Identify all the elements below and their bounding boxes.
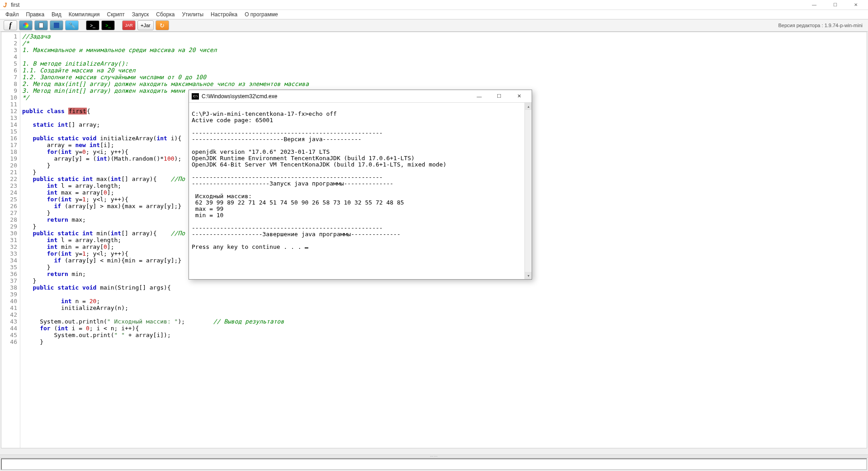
line-number: 11 [2,101,17,108]
toolbar: f 🔧 >_ >_ JAR +Jar ↻ Версия редактора : … [0,19,868,32]
terminal-icon: >_ [105,23,110,28]
app-icon: J [2,2,8,8]
format-button[interactable]: f [4,20,17,30]
line-number: 8 [2,81,17,87]
line-number: 1 [2,33,17,40]
line-number: 37 [2,277,17,284]
line-number: 19 [2,155,17,162]
line-number: 3 [2,47,17,53]
line-number: 27 [2,209,17,216]
line-number: 5 [2,60,17,67]
line-number: 35 [2,264,17,271]
line-number: 40 [2,298,17,304]
toolbar-btn-3[interactable] [34,20,48,30]
toolbar-btn-5[interactable]: 🔧 [65,20,79,30]
cmd-titlebar[interactable]: C:\ C:\Windows\system32\cmd.exe — ☐ ✕ [189,90,532,103]
code-line[interactable]: } [22,338,865,345]
menu-компиляция[interactable]: Компиляция [65,10,104,19]
scroll-down-icon[interactable]: ▾ [525,272,532,279]
line-number: 30 [2,230,17,237]
window-controls: — ☐ ✕ [804,0,866,10]
menu-файл[interactable]: Файл [2,10,23,19]
line-number: 39 [2,291,17,298]
code-line[interactable]: //Задача [22,33,865,40]
toolbar-btn-terminal2[interactable]: >_ [101,20,115,30]
line-number: 28 [2,216,17,223]
cmd-title: C:\Windows\system32\cmd.exe [202,93,469,100]
code-line[interactable]: System.out.print(" " + array[i]); [22,332,865,338]
toolbar-btn-4[interactable] [50,20,63,30]
minimize-button[interactable]: — [804,0,825,10]
line-number: 21 [2,169,17,176]
wrench-icon: 🔧 [68,22,75,29]
line-number: 38 [2,284,17,291]
cmd-icon: C:\ [192,93,199,100]
menu-о программе[interactable]: О программе [241,10,281,19]
palette-icon [23,23,28,28]
terminal-icon: >_ [90,23,95,28]
menu-правка[interactable]: Правка [23,10,48,19]
line-number: 29 [2,223,17,230]
code-line[interactable]: for (int i = 0; i < n; i++){ [22,325,865,332]
line-number: 31 [2,237,17,243]
menu-настройка[interactable]: Настройка [207,10,241,19]
code-line[interactable] [22,311,865,318]
code-line[interactable]: 2. Метод max(int[] array) должен находит… [22,81,865,87]
code-line[interactable]: 1. Максимальное и минимальное среди масс… [22,47,865,53]
toolbar-btn-jar1[interactable]: JAR [122,20,136,30]
line-number: 13 [2,114,17,121]
line-number: 22 [2,176,17,182]
line-number: 10 [2,94,17,101]
doc-icon [39,23,43,28]
line-number: 44 [2,325,17,332]
line-number: 26 [2,203,17,209]
bottom-input[interactable] [1,458,867,470]
cmd-output[interactable]: C:\PJ-win-mini-tencentkona-17-fx>echo of… [189,103,532,279]
code-line[interactable] [22,291,865,298]
line-number: 2 [2,40,17,47]
menu-утилиты[interactable]: Утилиты [178,10,207,19]
line-number: 9 [2,87,17,94]
code-line[interactable]: initializeArray(n); [22,304,865,311]
line-number: 18 [2,148,17,155]
menu-сборка[interactable]: Сборка [152,10,178,19]
toolbar-btn-addjar[interactable]: +Jar [137,20,154,30]
cmd-maximize-button[interactable]: ☐ [489,90,509,103]
toolbar-btn-2[interactable] [19,20,33,30]
menu-скрипт[interactable]: Скрипт [103,10,128,19]
code-line[interactable]: /* [22,40,865,47]
code-line[interactable]: System.out.println(" Исходный массив: ")… [22,318,865,325]
close-button[interactable]: ✕ [845,0,866,10]
line-number: 41 [2,304,17,311]
code-line[interactable] [22,53,865,60]
code-line[interactable]: public static void main(String[] args){ [22,284,865,291]
code-line[interactable]: 1.1. Создайте массив на 20 чисел [22,67,865,74]
menu-запуск[interactable]: Запуск [128,10,153,19]
line-gutter: 1234567891011121314151617181920212223242… [1,32,20,448]
cmd-minimize-button[interactable]: — [469,90,489,103]
scroll-up-icon[interactable]: ▴ [525,103,532,110]
maximize-button[interactable]: ☐ [825,0,845,10]
cursor [305,247,308,248]
cmd-scrollbar[interactable]: ▴ ▾ [524,103,532,279]
code-line[interactable]: 1.2. Заполните массив случайными числами… [22,74,865,81]
line-number: 23 [2,182,17,189]
line-number: 17 [2,142,17,148]
line-number: 4 [2,53,17,60]
line-number: 42 [2,311,17,318]
code-line[interactable]: 1. В методе initializeArray(): [22,60,865,67]
cmd-window-controls: — ☐ ✕ [469,90,529,103]
main-titlebar: J first — ☐ ✕ [0,0,868,10]
cmd-close-button[interactable]: ✕ [509,90,529,103]
save-icon [54,23,59,28]
line-number: 6 [2,67,17,74]
line-number: 15 [2,128,17,135]
code-line[interactable]: int n = 20; [22,298,865,304]
line-number: 46 [2,338,17,345]
menu-вид[interactable]: Вид [48,10,65,19]
splitter[interactable]: ⋯⋯ [0,455,868,457]
toolbar-btn-refresh[interactable]: ↻ [156,20,169,30]
version-label: Версия редактора : 1.9.74-p-win-mini [778,23,865,28]
toolbar-btn-terminal1[interactable]: >_ [86,20,99,30]
line-number: 36 [2,271,17,277]
